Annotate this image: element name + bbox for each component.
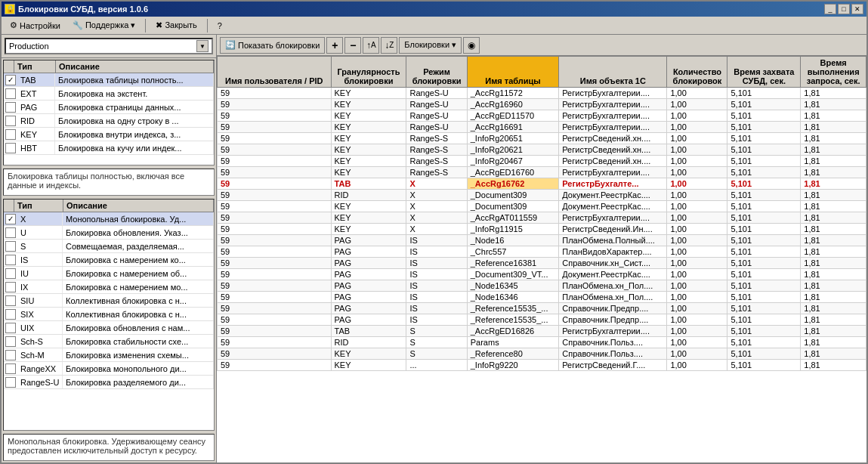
- col-mode[interactable]: Режимблокировки: [406, 57, 467, 88]
- lock-mode-checkbox[interactable]: [5, 323, 16, 333]
- table-row[interactable]: 59 KEY RangeS-U _AccRg16691 РегистрБухга…: [218, 122, 866, 133]
- lock-mode-checkbox[interactable]: [5, 350, 16, 360]
- lock-mode-row[interactable]: Sch-S Блокировка стабильности схе...: [4, 335, 214, 348]
- add-button[interactable]: +: [326, 37, 343, 54]
- lock-type-row[interactable]: HBT Блокировка на кучу или индек...: [4, 141, 214, 155]
- lock-type-row[interactable]: PAG Блокировка страницы данных...: [4, 101, 214, 114]
- locks-menu-button[interactable]: Блокировки ▾: [399, 37, 462, 54]
- lock-mode-row[interactable]: RangeXX Блокировка монопольного ди...: [4, 362, 214, 376]
- table-row[interactable]: 59 PAG IS _Reference16381 Справочник.хн_…: [218, 258, 866, 269]
- lock-mode-checkbox[interactable]: [5, 363, 16, 374]
- lock-mode-row[interactable]: RangeS-U Блокировка разделяемого ди...: [4, 376, 214, 389]
- lock-type-checkbox[interactable]: [5, 88, 16, 99]
- table-row[interactable]: 59 PAG IS _Document309_VT... Документ.Ре…: [218, 269, 866, 280]
- col-table[interactable]: Имя таблицы: [467, 57, 559, 88]
- cell-pid: 59: [218, 303, 332, 314]
- col-time-grab[interactable]: Время захватаСУБД, сек.: [727, 57, 801, 88]
- menu-settings[interactable]: ⚙ Настройки: [5, 18, 66, 33]
- main-table-wrapper[interactable]: Имя пользователя / PID Гранулярностьблок…: [217, 56, 866, 462]
- table-row[interactable]: 59 PAG IS _Reference15535_... Справочник…: [218, 314, 866, 326]
- lock-mode-checkbox[interactable]: [5, 295, 16, 306]
- table-row[interactable]: 59 PAG IS _Node16345 ПланОбмена.хн_Пол..…: [218, 280, 866, 292]
- table-row[interactable]: 59 TAB X _AccRg16762 РегистрБухгалте... …: [218, 178, 866, 190]
- lock-type-checkbox[interactable]: [5, 102, 16, 113]
- maximize-button[interactable]: □: [838, 4, 850, 14]
- lock-mode-row[interactable]: ✓ X Монопольная блокировка. Уд...: [4, 212, 214, 226]
- cell-pid: 59: [218, 360, 332, 371]
- cell-time-grab: 5,101: [727, 144, 801, 156]
- minimize-button[interactable]: _: [824, 4, 836, 14]
- col-gran[interactable]: Гранулярностьблокировки: [331, 57, 406, 88]
- lock-mode-checkbox[interactable]: [5, 227, 16, 238]
- lock-mode-checkbox[interactable]: [5, 282, 16, 292]
- menu-support[interactable]: 🔧 Поддержка ▾: [67, 18, 141, 33]
- lock-mode-row[interactable]: IU Блокировка с намерением об...: [4, 267, 214, 280]
- table-row[interactable]: 59 KEY RangeS-S _AccRgED16760 РегистрБух…: [218, 167, 866, 178]
- sort-desc-button[interactable]: ↓Z: [381, 37, 397, 54]
- table-row[interactable]: 59 KEY S _Reference80 Справочник.Польз..…: [218, 348, 866, 360]
- show-locks-button[interactable]: 🔄 Показать блокировки: [220, 37, 325, 54]
- lock-mode-row[interactable]: IS Блокировка с намерением ко...: [4, 253, 214, 267]
- table-row[interactable]: 59 KEY RangeS-U _AccRg16960 РегистрБухга…: [218, 99, 866, 110]
- lock-type-checkbox[interactable]: [5, 116, 16, 126]
- cell-time-exec: 1,81: [801, 110, 866, 122]
- lock-type-row[interactable]: RID Блокировка на одну строку в ...: [4, 114, 214, 128]
- table-row[interactable]: 59 KEY RangeS-S _InfoRg20621 РегистрСвед…: [218, 144, 866, 156]
- lock-mode-row[interactable]: IX Блокировка с намерением мо...: [4, 280, 214, 294]
- mode-info-text: Монопольная блокировка. Удерживающему се…: [8, 437, 205, 455]
- lock-mode-checkbox[interactable]: [5, 255, 16, 265]
- db-dropdown[interactable]: Production ▼: [5, 38, 213, 54]
- table-row[interactable]: 59 KEY X _InfoRg11915 РегистрСведений.Ин…: [218, 224, 866, 235]
- lock-mode-checkbox[interactable]: ✓: [5, 214, 16, 224]
- lock-mode-row[interactable]: SIU Коллективная блокировка с н...: [4, 294, 214, 308]
- lock-mode-checkbox[interactable]: [5, 268, 16, 279]
- lock-type-row[interactable]: ✓ TAB Блокировка таблицы полность...: [4, 73, 214, 87]
- cell-table: Params: [467, 337, 559, 348]
- lock-mode-row[interactable]: SIX Коллективная блокировка с н...: [4, 308, 214, 321]
- table-row[interactable]: 59 KEY RangeS-U _AccRg11572 РегистрБухга…: [218, 88, 866, 99]
- table-row[interactable]: 59 PAG IS _Reference15535_... Справочник…: [218, 303, 866, 314]
- lock-type-row[interactable]: EXT Блокировка на экстент.: [4, 87, 214, 101]
- lock-mode-checkbox[interactable]: [5, 309, 16, 320]
- refresh-button[interactable]: ◉: [463, 37, 480, 54]
- lock-type-type: HBT: [17, 141, 55, 154]
- lock-mode-row[interactable]: S Совмещаемая, разделяемая...: [4, 240, 214, 253]
- close-button[interactable]: ✕: [851, 4, 863, 14]
- table-row[interactable]: 59 RID X _Document309 Документ.РеестрКас…: [218, 190, 866, 201]
- table-row[interactable]: 59 PAG IS _Node16 ПланОбмена.Полный.... …: [218, 235, 866, 246]
- lock-mode-row[interactable]: UIX Блокировка обновления с нам...: [4, 321, 214, 335]
- lock-type-row[interactable]: KEY Блокировка внутри индекса, з...: [4, 128, 214, 141]
- col-time-exec[interactable]: Времявыполнениязапроса, сек.: [801, 57, 866, 88]
- lock-mode-grid-header: Тип Описание: [4, 200, 214, 212]
- table-row[interactable]: 59 KEY X _Document309 Документ.РеестрКас…: [218, 201, 866, 212]
- table-row[interactable]: 59 KEY RangeS-U _AccRgED11570 РегистрБух…: [218, 110, 866, 122]
- col-pid[interactable]: Имя пользователя / PID: [218, 57, 332, 88]
- lock-type-checkbox[interactable]: [5, 143, 16, 153]
- table-row[interactable]: 59 PAG IS _Node16346 ПланОбмена.хн_Пол..…: [218, 292, 866, 303]
- lock-type-type: EXT: [17, 87, 55, 100]
- cell-time-exec: 1,81: [801, 88, 866, 99]
- table-row[interactable]: 59 PAG IS _Chrc557 ПланВидовХарактер....…: [218, 246, 866, 258]
- lock-mode-row[interactable]: Sch-M Блокировка изменения схемы...: [4, 348, 214, 362]
- menu-close[interactable]: ✖ Закрыть: [150, 18, 202, 33]
- table-row[interactable]: 59 KEY ... _InfoRg9220 РегистрСведений.Г…: [218, 360, 866, 371]
- col-cnt[interactable]: Количествоблокировок: [667, 57, 727, 88]
- remove-button[interactable]: −: [344, 37, 361, 54]
- table-row[interactable]: 59 KEY X _AccRgAT011559 РегистрБухгалтер…: [218, 212, 866, 224]
- lock-mode-checkbox[interactable]: [5, 336, 16, 347]
- lock-type-checkbox[interactable]: [5, 129, 16, 140]
- sort-asc-button[interactable]: ↑A: [363, 37, 379, 54]
- table-row[interactable]: 59 KEY RangeS-S _InfoRg20651 РегистрСвед…: [218, 133, 866, 144]
- cell-mode: IS: [406, 258, 467, 269]
- cell-obj1c: РегистрБухгалтерии....: [559, 99, 667, 110]
- lock-type-checkbox[interactable]: ✓: [5, 75, 16, 85]
- menu-help[interactable]: ?: [212, 18, 227, 33]
- lock-mode-row[interactable]: U Блокировка обновления. Указ...: [4, 226, 214, 240]
- table-row[interactable]: 59 TAB S _AccRgED16826 РегистрБухгалтери…: [218, 326, 866, 337]
- lock-mode-checkbox[interactable]: [5, 241, 16, 252]
- table-row[interactable]: 59 RID S Params Справочник.Польз.... 1,0…: [218, 337, 866, 348]
- col-obj1c[interactable]: Имя объекта 1С: [559, 57, 667, 88]
- lock-mode-checkbox[interactable]: [5, 377, 16, 388]
- cell-gran: PAG: [331, 258, 406, 269]
- table-row[interactable]: 59 KEY RangeS-S _InfoRg20467 РегистрСвед…: [218, 156, 866, 167]
